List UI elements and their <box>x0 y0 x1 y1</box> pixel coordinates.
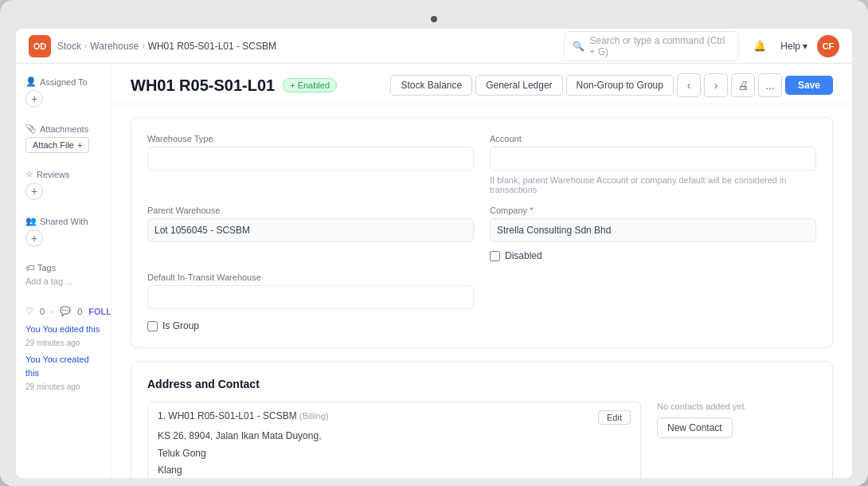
laptop-camera <box>431 16 437 22</box>
address-lines: KS 26, 8904, Jalan Ikan Mata Duyong, Tel… <box>158 428 631 478</box>
no-contacts-text: No contacts added yet. <box>657 402 816 411</box>
add-tag-text[interactable]: Add a tag ... <box>25 276 72 286</box>
contact-area: No contacts added yet. New Contact <box>657 402 816 478</box>
account-input[interactable] <box>490 147 816 170</box>
comment-dot: · <box>51 307 53 316</box>
general-ledger-button[interactable]: General Ledger <box>475 75 562 96</box>
assigned-to-label: Assigned To <box>40 77 88 87</box>
search-bar[interactable]: 🔍 Search or type a command (Ctrl + G) <box>564 31 739 61</box>
toolbar: Stock Balance General Ledger Non-Group t… <box>390 73 833 97</box>
paperclip-icon: 📎 <box>25 123 37 134</box>
warehouse-type-field: Warehouse Type <box>147 134 474 194</box>
sidebar-reviews: ☆ Reviews + <box>25 169 101 200</box>
breadcrumb-stock[interactable]: Stock <box>57 41 81 52</box>
top-navigation: OD Stock › Warehouse › WH01 R05-S01-L01 … <box>16 29 852 64</box>
page-header: WH01 R05-S01-L01 + Enabled Stock Balance… <box>111 64 852 104</box>
like-icon[interactable]: ♡ <box>25 306 33 316</box>
parent-warehouse-input[interactable] <box>147 218 474 242</box>
breadcrumb-sep-2: › <box>142 41 144 50</box>
non-group-to-group-button[interactable]: Non-Group to Group <box>566 75 674 96</box>
address-contact-title: Address and Contact <box>147 378 816 390</box>
stock-balance-button[interactable]: Stock Balance <box>390 75 472 96</box>
company-input[interactable] <box>490 218 816 242</box>
disabled-checkbox[interactable] <box>490 251 500 261</box>
breadcrumb-warehouse[interactable]: Warehouse <box>90 41 139 52</box>
edit-you-label: You <box>25 324 41 334</box>
shared-with-label: Shared With <box>40 217 88 226</box>
sidebar-attachments: 📎 Attachments Attach File + <box>25 123 101 153</box>
breadcrumb: Stock › Warehouse › WH01 R05-S01-L01 - S… <box>57 41 276 52</box>
attach-file-button[interactable]: Attach File + <box>25 137 89 153</box>
new-contact-button[interactable]: New Contact <box>657 417 733 438</box>
address-contact-section: Address and Contact 1. WH01 R05-S01-L01 … <box>131 361 833 478</box>
nav-icons: 🔔 Help ▾ CF <box>749 35 839 57</box>
follow-button[interactable]: FOLLOW <box>88 307 111 316</box>
status-badge: + Enabled <box>283 78 337 92</box>
parent-warehouse-label: Parent Warehouse <box>147 206 474 215</box>
app-logo: OD <box>29 35 51 57</box>
disabled-label: Disabled <box>505 250 542 261</box>
address-edit-button[interactable]: Edit <box>598 410 631 425</box>
sidebar-shared-with: 👥 Shared With + <box>25 216 101 247</box>
sidebar-assigned-to: 👤 Assigned To + <box>25 76 101 108</box>
comment-icon[interactable]: 💬 <box>60 306 71 316</box>
sidebar-tags: 🏷 Tags Add a tag ... <box>25 263 101 287</box>
user-icon: 👤 <box>25 76 37 87</box>
address-name: 1. WH01 R05-S01-L01 - SCSBM <box>158 410 297 421</box>
prev-button[interactable]: ‹ <box>677 73 701 97</box>
default-intransit-input[interactable] <box>147 285 474 309</box>
tags-label: Tags <box>37 263 56 272</box>
default-intransit-field: Default In-Transit Warehouse <box>147 272 474 309</box>
created-you-label: You <box>25 355 41 364</box>
sidebar: 👤 Assigned To + 📎 Attachments Attach Fil… <box>16 64 111 478</box>
add-shared-button[interactable]: + <box>25 229 43 247</box>
like-count: 0 <box>40 307 45 316</box>
attach-file-label: Attach File <box>33 140 74 150</box>
breadcrumb-current: WH01 R05-S01-L01 - SCSBM <box>148 41 276 52</box>
edit-log-text: You edited this <box>42 324 100 334</box>
address-list: 1. WH01 R05-S01-L01 - SCSBM (Billing) Ed… <box>147 402 641 478</box>
tag-icon: 🏷 <box>25 263 34 272</box>
sidebar-chatter: ♡ 0 · 💬 0 FOLLOW You You edited this 29 … <box>25 303 101 394</box>
add-assigned-button[interactable]: + <box>25 90 43 108</box>
next-button[interactable]: › <box>704 73 728 97</box>
account-hint: If blank, parent Warehouse Account or co… <box>490 175 816 194</box>
content-area: WH01 R05-S01-L01 + Enabled Stock Balance… <box>111 64 852 478</box>
spacer-col <box>490 272 816 309</box>
address-line2: Teluk Gong <box>158 445 631 463</box>
default-intransit-label: Default In-Transit Warehouse <box>147 272 474 282</box>
warehouse-type-label: Warehouse Type <box>147 134 474 143</box>
people-icon: 👥 <box>25 216 37 226</box>
attachments-label: Attachments <box>40 124 88 134</box>
page-title: WH01 R05-S01-L01 <box>131 76 275 95</box>
address-line1: KS 26, 8904, Jalan Ikan Mata Duyong, <box>158 428 631 445</box>
notification-bell-icon[interactable]: 🔔 <box>749 35 771 57</box>
company-label: Company * <box>490 206 816 215</box>
search-icon: 🔍 <box>573 41 585 52</box>
reviews-label: Reviews <box>37 170 70 179</box>
address-line3: Klang <box>158 462 631 478</box>
more-button[interactable]: ... <box>758 73 782 97</box>
attach-plus-icon: + <box>77 140 82 150</box>
address-card: 1. WH01 R05-S01-L01 - SCSBM (Billing) Ed… <box>147 402 641 478</box>
avatar[interactable]: CF <box>817 35 839 57</box>
warehouse-form-section: Warehouse Type Account If blank, parent … <box>131 117 833 348</box>
company-required: * <box>530 206 533 215</box>
star-icon: ☆ <box>25 169 33 179</box>
is-group-row: Is Group <box>147 320 816 331</box>
help-button[interactable]: Help ▾ <box>780 41 807 52</box>
account-field: Account If blank, parent Warehouse Accou… <box>490 134 816 194</box>
add-review-button[interactable]: + <box>25 182 43 200</box>
help-chevron-icon: ▾ <box>803 41 807 52</box>
account-label: Account <box>490 134 816 143</box>
is-group-checkbox[interactable] <box>147 321 158 331</box>
is-group-label: Is Group <box>162 320 199 331</box>
print-button[interactable]: 🖨 <box>731 73 755 97</box>
created-time: 29 minutes ago <box>25 381 101 394</box>
save-button[interactable]: Save <box>785 76 833 95</box>
warehouse-type-input[interactable] <box>147 147 474 170</box>
comment-count: 0 <box>77 307 82 316</box>
search-placeholder: Search or type a command (Ctrl + G) <box>589 35 730 57</box>
parent-warehouse-field: Parent Warehouse <box>147 206 474 261</box>
company-field: Company * Disabled <box>490 206 816 261</box>
